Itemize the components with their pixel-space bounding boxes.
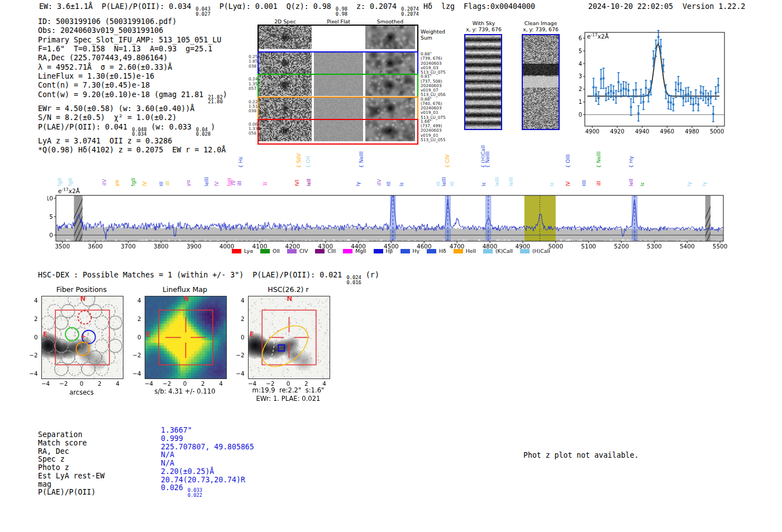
photz-note: Phot z plot not available. xyxy=(523,451,638,459)
line-label-siiv-17: { SiIV xyxy=(295,154,302,168)
cutout-caption-lineflux: s/b: 4.31 +/- 0.110 xyxy=(135,387,235,395)
legend-label-4: MgII xyxy=(355,248,366,254)
legend-item-4: MgII xyxy=(343,248,366,254)
cutout-image-lineflux xyxy=(145,296,227,379)
ytick-hsc-2: 2 xyxy=(233,315,245,322)
ytick-fiber--2: −2 xyxy=(27,352,38,358)
compass-east-lineflux: E xyxy=(146,330,151,338)
xtick-lineflux-4: 4 xyxy=(215,380,226,387)
legend-swatch-0 xyxy=(232,249,241,253)
cutout-image-fiber xyxy=(41,296,123,379)
cutout-title-lineflux: Lineflux Map xyxy=(145,285,225,294)
legend-item-7: Hδ xyxy=(427,248,446,254)
legend-label-8: HeII xyxy=(466,248,476,254)
legend-label-9: (K)CaII xyxy=(495,248,513,254)
xtick-lineflux--4: −4 xyxy=(144,380,155,387)
line-label-h-40: { Hγ xyxy=(628,156,634,168)
cutout-caption-hsc-2: EWr: 1. PLAE: 0.021 xyxy=(235,395,341,402)
legend-label-2: CIV xyxy=(299,248,308,254)
cutout-caption-hsc-1: m:19.9 re:2.2" s:1.6" xyxy=(235,386,341,394)
xtick-lineflux--2: −2 xyxy=(161,380,173,387)
legend-item-3: CIII xyxy=(315,248,336,254)
legend-item-0: Lyα xyxy=(232,248,253,254)
legend-swatch-10 xyxy=(520,249,530,253)
match-table-labels: SeparationMatch scoreRA, DecSpec zPhoto … xyxy=(38,431,104,497)
legend-swatch-5 xyxy=(374,249,383,253)
cutout-xlabel-fiber: arcsecs xyxy=(41,389,122,396)
line-label-neiii-38: { NeIII xyxy=(595,151,602,168)
legend-label-5: Hβ xyxy=(386,248,393,254)
compass-north-fiber: N xyxy=(80,295,86,303)
ytick-hsc-4: 4 xyxy=(233,297,245,304)
xtick-fiber--2: −2 xyxy=(58,380,69,387)
cutout-title-hsc: HSC(26.2) r xyxy=(248,285,328,294)
elixer-report-page: EW: 3.6±1.1Å P(LAE)/P(OII): 0.034 0.0430… xyxy=(0,0,782,532)
line-label-h-14: { Hε xyxy=(237,156,244,168)
legend-label-10: (H)CaII xyxy=(532,248,550,254)
legend-item-2: CIV xyxy=(287,248,308,254)
xtick-fiber-4: 4 xyxy=(112,380,123,387)
legend-swatch-9 xyxy=(483,249,493,253)
ytick-lineflux--2: −2 xyxy=(130,352,141,358)
match-row-label-3: Spec z xyxy=(38,456,104,464)
legend-label-0: Lyα xyxy=(244,248,253,254)
match-row-value-1: 0.999 xyxy=(161,435,254,443)
compass-north-hsc: N xyxy=(287,295,293,303)
spectrum-line-labels: { MgII{ MgII{ SiIV{ Lyα{ MgII{ NV{ OII{ … xyxy=(0,0,782,201)
compass-north-lineflux: N xyxy=(184,295,189,303)
match-row-label-2: RA, Dec xyxy=(38,448,104,456)
xtick-fiber-0: 0 xyxy=(76,380,87,387)
match-row-value-4: N/A xyxy=(161,459,254,468)
match-row-value-6: 20.74(20.73,20.74)R xyxy=(161,476,254,485)
legend-item-1: OII xyxy=(260,248,280,254)
cutout-image-hsc xyxy=(248,296,330,379)
match-row-label-0: Separation xyxy=(38,431,104,439)
match-row-label-4: Photo z xyxy=(38,464,104,472)
legend-swatch-6 xyxy=(400,249,410,253)
line-label-oiii-35: { OIII xyxy=(565,155,571,168)
ytick-hsc-0: 0 xyxy=(233,334,245,341)
compass-east-fiber: E xyxy=(43,330,47,338)
match-row-value-3: N/A xyxy=(161,451,254,459)
ytick-lineflux-4: 4 xyxy=(130,297,141,304)
full-spectrum-plot xyxy=(47,186,737,252)
match-table-values: 1.3667"0.999225.707807, 49.805865N/AN/A2… xyxy=(161,426,254,497)
legend-swatch-2 xyxy=(287,249,297,253)
legend-label-3: CIII xyxy=(327,248,336,254)
hsc-match-header: HSC-DEX : Possible Matches = 1 (within +… xyxy=(38,271,379,285)
match-row-value-0: 1.3667" xyxy=(161,426,254,435)
match-row-label-1: Match score xyxy=(38,439,104,448)
legend-swatch-7 xyxy=(427,249,436,253)
match-row-label-6: mag xyxy=(38,481,104,489)
legend-label-7: Hδ xyxy=(439,248,446,254)
ytick-fiber--4: −4 xyxy=(27,370,38,377)
ytick-lineflux--4: −4 xyxy=(130,370,141,377)
compass-east-hsc: E xyxy=(250,330,254,338)
line-label-civ-27: { CIV xyxy=(444,155,450,168)
ytick-fiber-0: 0 xyxy=(27,334,38,341)
ytick-hsc--4: −4 xyxy=(233,370,245,377)
ytick-hsc--2: −2 xyxy=(233,352,245,358)
legend-swatch-1 xyxy=(260,249,270,253)
line-label-oii-18: { OII xyxy=(305,156,311,168)
ytick-fiber-4: 4 xyxy=(27,297,38,304)
xtick-lineflux-2: 2 xyxy=(197,380,208,387)
legend-label-1: OII xyxy=(273,248,280,254)
legend-swatch-3 xyxy=(315,249,325,253)
match-row-value-5: 2.20(±0.25)Å xyxy=(161,468,254,476)
legend-item-9: (K)CaII xyxy=(483,248,513,254)
line-label-neiii-30: { NeIII xyxy=(484,151,490,168)
match-row-value-7: 0.026 0.0330.022 xyxy=(161,484,254,497)
cutout-title-fiber: Fiber Positions xyxy=(41,285,122,294)
match-row-label-5: Est LyA rest-EW xyxy=(38,472,104,481)
spectrum-legend: LyαOIICIVCIIIMgIIHβHγHδHeII(K)CaII(H)CaI… xyxy=(0,248,782,254)
xtick-fiber-2: 2 xyxy=(94,380,105,387)
match-row-value-2: 225.707807, 49.805865 xyxy=(161,443,254,452)
match-row-label-7: P(LAE)/P(OII) xyxy=(38,488,104,497)
legend-swatch-8 xyxy=(454,249,463,253)
ytick-lineflux-2: 2 xyxy=(130,315,141,322)
legend-item-8: HeII xyxy=(454,248,476,254)
xtick-fiber--4: −4 xyxy=(40,380,51,387)
legend-item-6: Hγ xyxy=(400,248,420,254)
legend-label-6: Hγ xyxy=(413,248,420,254)
